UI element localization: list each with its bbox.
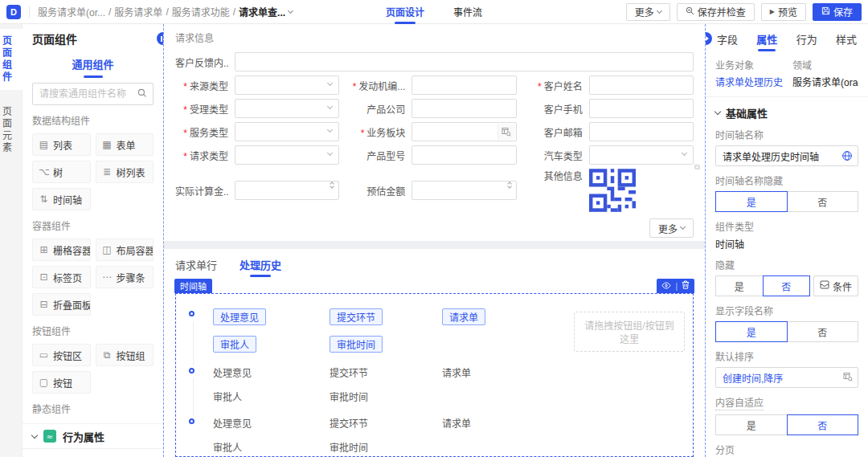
text-input[interactable]: [411, 99, 516, 118]
breadcrumb-segment[interactable]: 服务请求单(or...: [38, 5, 105, 18]
more-button[interactable]: 更多: [626, 3, 670, 21]
tab-behavior[interactable]: 行为: [796, 31, 817, 53]
component-item-tree-list[interactable]: ≣树列表: [96, 161, 154, 183]
button-group-icon: ⧉: [102, 349, 113, 361]
timeline-entry[interactable]: 处理意见提交环节请求单审批人审批时间: [189, 416, 683, 454]
behavior-properties-header[interactable]: ≈ 行为属性: [23, 423, 163, 449]
field-label: *发动机编...: [352, 79, 405, 92]
text-input[interactable]: [589, 122, 694, 141]
select-input[interactable]: [235, 122, 339, 141]
select-input[interactable]: [589, 145, 694, 165]
form-field: *来源类型: [175, 75, 339, 95]
tab-fields[interactable]: 字段: [717, 31, 738, 53]
number-stepper[interactable]: [330, 185, 334, 188]
select-input[interactable]: [235, 99, 339, 118]
text-input[interactable]: [411, 145, 516, 165]
select-input[interactable]: [235, 75, 339, 95]
save-and-check-button[interactable]: 保存并检查: [677, 3, 755, 21]
default-sort-input[interactable]: 创建时间,降序: [715, 367, 858, 388]
property-label: 时间轴名称隐藏: [715, 173, 783, 187]
eye-icon[interactable]: [661, 280, 671, 292]
preview-button[interactable]: ▶预览: [761, 3, 806, 21]
lookup-input[interactable]: [411, 122, 516, 141]
number-stepper[interactable]: [508, 185, 511, 188]
text-input[interactable]: [235, 52, 694, 71]
collapse-left-panel-icon[interactable]: [157, 32, 163, 45]
basic-properties-section[interactable]: 基础属性: [715, 105, 858, 120]
collapse-right-panel-icon[interactable]: [706, 32, 712, 45]
content-adaptive-option-0[interactable]: 是: [715, 414, 788, 435]
component-item-tab-page[interactable]: ⊡标签页: [32, 266, 91, 288]
show-field-name-option-1[interactable]: 否: [787, 321, 859, 342]
timeline-field-chip[interactable]: 提交环节: [330, 308, 383, 325]
breadcrumb-segment[interactable]: 服务请求功能: [172, 5, 230, 18]
timeline-name-hidden-option-1[interactable]: 否: [787, 191, 859, 212]
text-input[interactable]: [589, 75, 694, 95]
content-adaptive-option-1[interactable]: 否: [787, 414, 859, 435]
number-input[interactable]: [235, 181, 339, 200]
component-item-layout-container[interactable]: ◫布局容器: [96, 239, 154, 261]
text-input[interactable]: [589, 99, 694, 118]
number-input[interactable]: [411, 181, 516, 200]
breadcrumb-segment[interactable]: 服务请求单: [114, 5, 162, 18]
condition-icon: [820, 280, 829, 292]
timeline-field-chip[interactable]: 处理意见: [213, 308, 266, 325]
form-more-button[interactable]: 更多: [649, 218, 694, 238]
app-logo-icon[interactable]: D: [6, 5, 21, 19]
breadcrumb-segment[interactable]: 请求单查...: [239, 5, 285, 18]
required-asterisk: *: [183, 104, 187, 116]
business-object-link[interactable]: 请求单处理历史: [715, 75, 786, 88]
breadcrumb[interactable]: 服务请求单(or.../服务请求单/服务请求功能/请求单查...: [38, 5, 293, 18]
timeline-field-chip[interactable]: 审批时间: [330, 336, 383, 353]
timeline-name-input[interactable]: 请求单处理历史时间轴: [715, 145, 858, 166]
form-title: 请求信息: [175, 31, 694, 44]
tab-style[interactable]: 样式: [836, 31, 857, 53]
rail-tab-page-components[interactable]: 页面组件: [0, 29, 23, 90]
timeline-component[interactable]: 处理意见提交环节请求单审批人审批时间处理意见提交环节请求单审批人审批时间处理意见…: [175, 293, 694, 457]
text-input[interactable]: [411, 75, 516, 95]
hidden-option-1[interactable]: 否: [763, 275, 811, 296]
component-item-steps-bar[interactable]: ⋯步骤条: [96, 266, 154, 288]
component-search-input[interactable]: [32, 83, 154, 105]
request-info-form-card[interactable]: 请求信息 客户反馈内...*来源类型*发动机编...*客户姓名*受理类型产品公司…: [164, 24, 705, 241]
detail-tabs-card[interactable]: 请求单行 处理历史 时间轴 | 处理意见提交环节请求单审批人审批时间处理意见提交…: [164, 249, 705, 457]
tab-process-history[interactable]: 处理历史: [240, 257, 281, 279]
field-label: 实际计算金...: [175, 184, 228, 198]
component-item-button-group[interactable]: ⧉按钮组: [96, 344, 154, 366]
timeline-field-chip[interactable]: 请求单: [442, 308, 485, 325]
component-item-button-area[interactable]: ▭按钮区: [32, 344, 91, 366]
rail-tab-page-elements[interactable]: 页面元素: [0, 100, 23, 161]
component-item-list[interactable]: ▤列表: [32, 133, 91, 156]
tab-general-components[interactable]: 通用组件: [32, 51, 154, 75]
lookup-icon[interactable]: [843, 372, 853, 384]
globe-icon[interactable]: [841, 150, 853, 164]
timeline-name-hidden-option-0[interactable]: 是: [715, 191, 788, 212]
component-item-collapse-panel[interactable]: ⊟折叠面板: [32, 293, 91, 316]
tab-properties[interactable]: 属性: [756, 31, 777, 53]
tab-page-design[interactable]: 页面设计: [386, 0, 424, 24]
divider: [29, 6, 30, 18]
hidden-condition-button[interactable]: 条件: [813, 275, 858, 296]
component-sections: 数据结构组件▤列表▦表单⌥树≣树列表⇅时间轴容器组件⊞栅格容器◫布局容器⊡标签页…: [32, 113, 154, 415]
save-button[interactable]: 保存: [813, 3, 862, 21]
tab-request-lines[interactable]: 请求单行: [175, 257, 217, 279]
button-drop-zone[interactable]: 请拖拽按钮组/按钮到这里: [574, 312, 685, 352]
component-item-grid-container[interactable]: ⊞栅格容器: [32, 239, 91, 261]
show-field-name-option-0[interactable]: 是: [715, 321, 788, 342]
lookup-icon[interactable]: [497, 124, 515, 140]
show-field-name-toggle: 是否: [715, 321, 858, 342]
select-input[interactable]: [235, 145, 339, 165]
tab-event-flow[interactable]: 事件流: [453, 0, 482, 24]
component-item-timeline[interactable]: ⇅时间轴: [32, 188, 91, 210]
trash-icon[interactable]: [682, 280, 690, 292]
field-label: 汽车类型: [530, 149, 583, 162]
timeline-field-chip[interactable]: 审批人: [213, 336, 256, 353]
hidden-option-0[interactable]: 是: [715, 275, 764, 296]
component-item-button[interactable]: ▢按钮: [32, 371, 91, 394]
design-canvas[interactable]: 请求信息 客户反馈内...*来源类型*发动机编...*客户姓名*受理类型产品公司…: [163, 24, 706, 457]
component-item-form[interactable]: ▦表单: [96, 133, 154, 156]
timeline-entry[interactable]: 处理意见提交环节请求单审批人审批时间: [189, 365, 683, 403]
component-item-tree[interactable]: ⌥树: [32, 161, 91, 183]
chevron-down-icon[interactable]: [288, 7, 293, 13]
property-label: 默认排序: [715, 349, 754, 363]
